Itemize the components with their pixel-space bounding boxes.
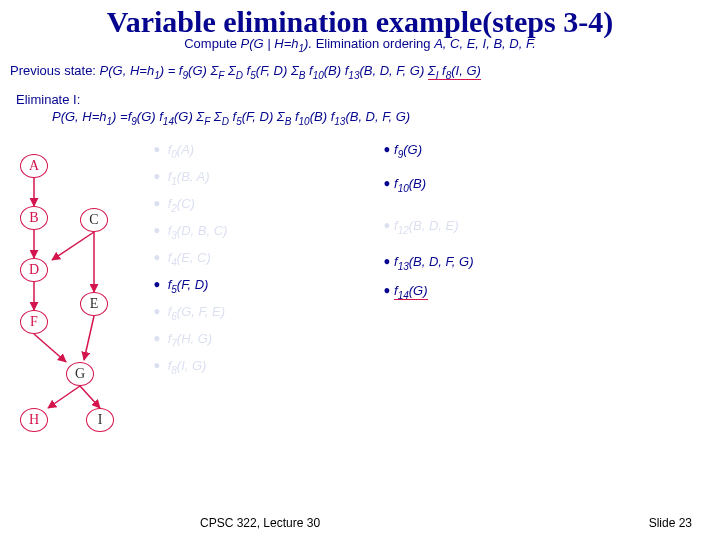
footer-slide-number: Slide 23 (649, 516, 692, 530)
factor-item: • f4(E, C) (150, 244, 380, 271)
prev-ua: Σ (428, 63, 436, 78)
prev-d: Σ (224, 63, 235, 78)
factor-list-right: •f9(G)•f10(B)•f12(B, D, E)•f13(B, D, F, … (380, 132, 610, 442)
slide-title: Variable elimination example(steps 3-4) (10, 6, 710, 38)
elim-sub10: 10 (299, 116, 310, 127)
prev-sigD: D (236, 70, 243, 81)
subtitle-pfg-close: ). (304, 36, 312, 51)
elim-a: P(G, H=h (52, 109, 107, 124)
factor-item: •f10(B) (380, 163, 610, 205)
eliminate-block: Eliminate I: P(G, H=h1) =f9(G) f14(G) ΣF… (16, 91, 710, 129)
node-D: D (20, 258, 48, 282)
node-I: I (86, 408, 114, 432)
factor-item: • f2(C) (150, 190, 380, 217)
prev-i: (B, D, F, G) (359, 63, 427, 78)
elim-h: f (291, 109, 298, 124)
bayes-net-graph: A B C D E F G H I (10, 132, 150, 442)
elim-sub13: 13 (334, 116, 345, 127)
elim-g: (F, D) Σ (242, 109, 285, 124)
prev-b: ) = f (160, 63, 183, 78)
elim-j: (B, D, F, G) (345, 109, 410, 124)
factor-item: • f7(H, G) (150, 325, 380, 352)
prev-sub10: 10 (313, 70, 324, 81)
node-A: A (20, 154, 48, 178)
node-B: B (20, 206, 48, 230)
elim-sigD: D (222, 116, 229, 127)
prev-c: (G) Σ (188, 63, 218, 78)
elim-b: ) =f (112, 109, 131, 124)
eliminate-expr: P(G, H=h1) =f9(G) f14(G) ΣF ΣD f5(F, D) … (16, 108, 710, 128)
prev-g: f (305, 63, 312, 78)
slide-footer: CPSC 322, Lecture 30 Slide 23 (0, 516, 720, 530)
subtitle-rest: Elimination ordering (312, 36, 434, 51)
node-H: H (20, 408, 48, 432)
prev-sub13: 13 (348, 70, 359, 81)
subtitle-prefix: Compute (184, 36, 240, 51)
node-C: C (80, 208, 108, 232)
factor-item: •f12(B, D, E) (380, 205, 610, 247)
eliminate-head: Eliminate I: (16, 91, 710, 109)
graph-edges (10, 132, 150, 442)
node-F: F (20, 310, 48, 334)
factor-item: • f1(B, A) (150, 163, 380, 190)
factor-item: •f13(B, D, F, G) (380, 247, 610, 277)
subtitle-pfg: P(G | H=h (241, 36, 299, 51)
prev-f: (F, D) Σ (256, 63, 299, 78)
svg-line-5 (34, 334, 66, 362)
slide-subtitle: Compute P(G | H=h1). Elimination orderin… (10, 36, 710, 54)
svg-line-2 (52, 232, 94, 260)
factor-item: •f9(G) (380, 136, 610, 163)
prev-label: Previous state: (10, 63, 100, 78)
prev-h: (B) f (324, 63, 349, 78)
svg-line-6 (84, 316, 94, 360)
subtitle-order: A, C, E, I, B, D, F. (434, 36, 536, 51)
factor-item: • f8(I, G) (150, 352, 380, 379)
factor-item: • f0(A) (150, 136, 380, 163)
elim-e: Σ (210, 109, 221, 124)
factor-item: • f6(G, F, E) (150, 298, 380, 325)
prev-a: P(G, H=h (100, 63, 155, 78)
prev-uc: (I, G) (451, 63, 481, 78)
elim-sub14: 14 (163, 116, 174, 127)
factor-list-left: • f0(A)• f1(B, A)• f2(C)• f3(D, B, C)• f… (150, 132, 380, 442)
elim-i: (B) f (310, 109, 335, 124)
factor-item: •f14(G) (380, 277, 610, 304)
elim-c: (G) f (137, 109, 163, 124)
node-G: G (66, 362, 94, 386)
prev-ub: f (438, 63, 445, 78)
factor-item: • f3(D, B, C) (150, 217, 380, 244)
main-content-row: A B C D E F G H I • f0(A)• f1(B, A)• f2(… (10, 132, 710, 442)
factor-item: • f5(F, D) (150, 271, 380, 298)
elim-d: (G) Σ (174, 109, 204, 124)
previous-state-line: Previous state: P(G, H=h1) = f9(G) ΣF ΣD… (10, 63, 710, 81)
node-E: E (80, 292, 108, 316)
svg-line-7 (48, 386, 80, 408)
footer-course: CPSC 322, Lecture 30 (200, 516, 320, 530)
svg-line-8 (80, 386, 100, 408)
